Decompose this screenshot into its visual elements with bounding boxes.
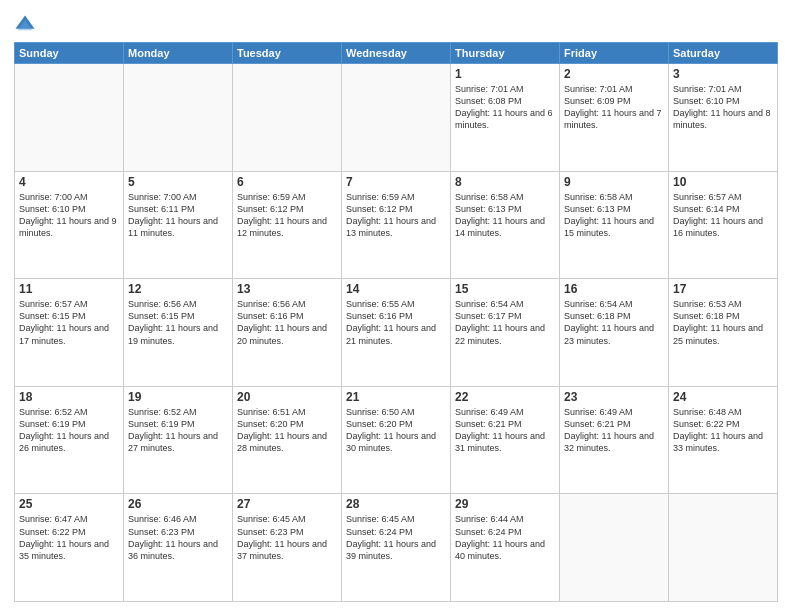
week-row-5: 25Sunrise: 6:47 AM Sunset: 6:22 PM Dayli… xyxy=(15,494,778,602)
day-info: Sunrise: 6:56 AM Sunset: 6:16 PM Dayligh… xyxy=(237,298,337,347)
day-number: 11 xyxy=(19,282,119,296)
day-info: Sunrise: 6:57 AM Sunset: 6:15 PM Dayligh… xyxy=(19,298,119,347)
day-number: 18 xyxy=(19,390,119,404)
day-info: Sunrise: 6:59 AM Sunset: 6:12 PM Dayligh… xyxy=(237,191,337,240)
day-info: Sunrise: 6:54 AM Sunset: 6:18 PM Dayligh… xyxy=(564,298,664,347)
day-number: 8 xyxy=(455,175,555,189)
day-info: Sunrise: 6:56 AM Sunset: 6:15 PM Dayligh… xyxy=(128,298,228,347)
week-row-1: 1Sunrise: 7:01 AM Sunset: 6:08 PM Daylig… xyxy=(15,64,778,172)
day-info: Sunrise: 6:49 AM Sunset: 6:21 PM Dayligh… xyxy=(455,406,555,455)
day-cell: 25Sunrise: 6:47 AM Sunset: 6:22 PM Dayli… xyxy=(15,494,124,602)
day-cell: 14Sunrise: 6:55 AM Sunset: 6:16 PM Dayli… xyxy=(342,279,451,387)
day-number: 2 xyxy=(564,67,664,81)
logo xyxy=(14,14,40,36)
weekday-header-row: SundayMondayTuesdayWednesdayThursdayFrid… xyxy=(15,43,778,64)
day-info: Sunrise: 6:52 AM Sunset: 6:19 PM Dayligh… xyxy=(128,406,228,455)
day-number: 7 xyxy=(346,175,446,189)
day-cell: 1Sunrise: 7:01 AM Sunset: 6:08 PM Daylig… xyxy=(451,64,560,172)
day-cell: 26Sunrise: 6:46 AM Sunset: 6:23 PM Dayli… xyxy=(124,494,233,602)
day-info: Sunrise: 6:47 AM Sunset: 6:22 PM Dayligh… xyxy=(19,513,119,562)
weekday-header-sunday: Sunday xyxy=(15,43,124,64)
calendar-table: SundayMondayTuesdayWednesdayThursdayFrid… xyxy=(14,42,778,602)
day-info: Sunrise: 6:46 AM Sunset: 6:23 PM Dayligh… xyxy=(128,513,228,562)
day-number: 15 xyxy=(455,282,555,296)
day-number: 27 xyxy=(237,497,337,511)
day-cell xyxy=(233,64,342,172)
day-info: Sunrise: 6:45 AM Sunset: 6:24 PM Dayligh… xyxy=(346,513,446,562)
day-info: Sunrise: 6:50 AM Sunset: 6:20 PM Dayligh… xyxy=(346,406,446,455)
weekday-header-saturday: Saturday xyxy=(669,43,778,64)
week-row-4: 18Sunrise: 6:52 AM Sunset: 6:19 PM Dayli… xyxy=(15,386,778,494)
day-info: Sunrise: 7:01 AM Sunset: 6:10 PM Dayligh… xyxy=(673,83,773,132)
day-number: 9 xyxy=(564,175,664,189)
page: SundayMondayTuesdayWednesdayThursdayFrid… xyxy=(0,0,792,612)
day-cell: 24Sunrise: 6:48 AM Sunset: 6:22 PM Dayli… xyxy=(669,386,778,494)
day-number: 25 xyxy=(19,497,119,511)
header xyxy=(14,10,778,36)
day-cell: 13Sunrise: 6:56 AM Sunset: 6:16 PM Dayli… xyxy=(233,279,342,387)
weekday-header-thursday: Thursday xyxy=(451,43,560,64)
day-number: 16 xyxy=(564,282,664,296)
day-cell: 29Sunrise: 6:44 AM Sunset: 6:24 PM Dayli… xyxy=(451,494,560,602)
day-cell: 18Sunrise: 6:52 AM Sunset: 6:19 PM Dayli… xyxy=(15,386,124,494)
day-number: 14 xyxy=(346,282,446,296)
day-info: Sunrise: 6:48 AM Sunset: 6:22 PM Dayligh… xyxy=(673,406,773,455)
weekday-header-monday: Monday xyxy=(124,43,233,64)
day-cell xyxy=(342,64,451,172)
day-info: Sunrise: 6:57 AM Sunset: 6:14 PM Dayligh… xyxy=(673,191,773,240)
weekday-header-tuesday: Tuesday xyxy=(233,43,342,64)
day-cell: 9Sunrise: 6:58 AM Sunset: 6:13 PM Daylig… xyxy=(560,171,669,279)
day-cell: 23Sunrise: 6:49 AM Sunset: 6:21 PM Dayli… xyxy=(560,386,669,494)
day-info: Sunrise: 6:59 AM Sunset: 6:12 PM Dayligh… xyxy=(346,191,446,240)
day-cell: 7Sunrise: 6:59 AM Sunset: 6:12 PM Daylig… xyxy=(342,171,451,279)
day-cell: 8Sunrise: 6:58 AM Sunset: 6:13 PM Daylig… xyxy=(451,171,560,279)
day-info: Sunrise: 6:52 AM Sunset: 6:19 PM Dayligh… xyxy=(19,406,119,455)
day-cell xyxy=(15,64,124,172)
week-row-3: 11Sunrise: 6:57 AM Sunset: 6:15 PM Dayli… xyxy=(15,279,778,387)
day-cell: 3Sunrise: 7:01 AM Sunset: 6:10 PM Daylig… xyxy=(669,64,778,172)
day-number: 21 xyxy=(346,390,446,404)
day-info: Sunrise: 6:45 AM Sunset: 6:23 PM Dayligh… xyxy=(237,513,337,562)
day-cell: 22Sunrise: 6:49 AM Sunset: 6:21 PM Dayli… xyxy=(451,386,560,494)
day-cell: 17Sunrise: 6:53 AM Sunset: 6:18 PM Dayli… xyxy=(669,279,778,387)
day-cell: 20Sunrise: 6:51 AM Sunset: 6:20 PM Dayli… xyxy=(233,386,342,494)
day-cell: 5Sunrise: 7:00 AM Sunset: 6:11 PM Daylig… xyxy=(124,171,233,279)
day-info: Sunrise: 6:54 AM Sunset: 6:17 PM Dayligh… xyxy=(455,298,555,347)
day-cell: 10Sunrise: 6:57 AM Sunset: 6:14 PM Dayli… xyxy=(669,171,778,279)
day-number: 10 xyxy=(673,175,773,189)
weekday-header-wednesday: Wednesday xyxy=(342,43,451,64)
day-cell: 4Sunrise: 7:00 AM Sunset: 6:10 PM Daylig… xyxy=(15,171,124,279)
day-number: 12 xyxy=(128,282,228,296)
day-info: Sunrise: 6:58 AM Sunset: 6:13 PM Dayligh… xyxy=(455,191,555,240)
day-cell xyxy=(560,494,669,602)
day-number: 1 xyxy=(455,67,555,81)
day-number: 3 xyxy=(673,67,773,81)
day-number: 5 xyxy=(128,175,228,189)
day-cell: 15Sunrise: 6:54 AM Sunset: 6:17 PM Dayli… xyxy=(451,279,560,387)
day-number: 23 xyxy=(564,390,664,404)
day-info: Sunrise: 6:44 AM Sunset: 6:24 PM Dayligh… xyxy=(455,513,555,562)
day-info: Sunrise: 7:01 AM Sunset: 6:08 PM Dayligh… xyxy=(455,83,555,132)
day-cell: 11Sunrise: 6:57 AM Sunset: 6:15 PM Dayli… xyxy=(15,279,124,387)
day-cell xyxy=(124,64,233,172)
day-number: 29 xyxy=(455,497,555,511)
day-info: Sunrise: 6:49 AM Sunset: 6:21 PM Dayligh… xyxy=(564,406,664,455)
day-cell: 12Sunrise: 6:56 AM Sunset: 6:15 PM Dayli… xyxy=(124,279,233,387)
week-row-2: 4Sunrise: 7:00 AM Sunset: 6:10 PM Daylig… xyxy=(15,171,778,279)
day-number: 4 xyxy=(19,175,119,189)
day-cell: 2Sunrise: 7:01 AM Sunset: 6:09 PM Daylig… xyxy=(560,64,669,172)
day-cell: 21Sunrise: 6:50 AM Sunset: 6:20 PM Dayli… xyxy=(342,386,451,494)
day-number: 6 xyxy=(237,175,337,189)
day-cell: 16Sunrise: 6:54 AM Sunset: 6:18 PM Dayli… xyxy=(560,279,669,387)
day-info: Sunrise: 7:00 AM Sunset: 6:11 PM Dayligh… xyxy=(128,191,228,240)
day-info: Sunrise: 7:00 AM Sunset: 6:10 PM Dayligh… xyxy=(19,191,119,240)
day-number: 22 xyxy=(455,390,555,404)
day-cell xyxy=(669,494,778,602)
day-number: 17 xyxy=(673,282,773,296)
day-info: Sunrise: 6:55 AM Sunset: 6:16 PM Dayligh… xyxy=(346,298,446,347)
day-number: 13 xyxy=(237,282,337,296)
day-number: 24 xyxy=(673,390,773,404)
day-number: 19 xyxy=(128,390,228,404)
day-number: 26 xyxy=(128,497,228,511)
day-cell: 6Sunrise: 6:59 AM Sunset: 6:12 PM Daylig… xyxy=(233,171,342,279)
